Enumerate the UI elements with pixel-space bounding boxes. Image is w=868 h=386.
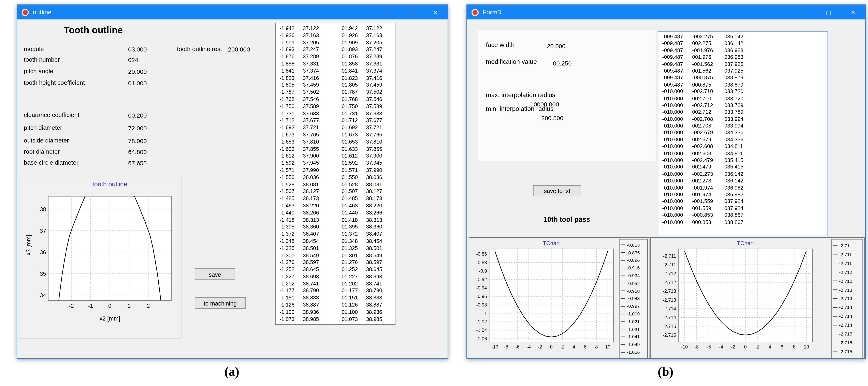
param-label: min. interpolation radius [486,105,554,112]
save-to-txt-button[interactable]: save to txt [533,185,581,196]
listbox-row[interactable]: -1.12638.88701.12638.887 [276,302,395,309]
listbox-row[interactable]: -1.69237.72101.69237.721 [276,124,395,131]
listbox-row[interactable]: -1.84137.37401.84137.374 [276,67,395,74]
listbox-row[interactable]: -010.000-002.708033.994 [658,116,828,123]
save-button[interactable]: save [195,268,235,280]
listbox-row[interactable]: -010.000001.974036.982 [658,191,828,198]
legend-tick [621,252,625,253]
listbox-row[interactable]: -010.000-001.974036.982 [658,185,828,191]
listbox-row[interactable]: -1.76837.54601.76837.546 [276,96,395,103]
cell: 38.985 [366,316,390,323]
listbox-row[interactable]: -1.55038.03601.55038.036 [276,174,395,181]
listbox-row[interactable]: -010.000002.712033.789 [658,109,828,116]
listbox-row[interactable]: -1.94237.12201.94237.122 [276,25,395,32]
listbox-row[interactable]: -1.59237.94501.59237.945 [276,160,395,167]
listbox-row[interactable]: -010.000002.273036.142 [658,178,828,185]
cell: 002.712 [692,109,724,116]
titlebar-a[interactable]: outline — ▢ ✕ [17,5,447,20]
maximize-button[interactable]: ▢ [399,5,423,20]
listbox-row[interactable]: -1.63337.85501.63337.855 [276,146,395,153]
cell: -010.000 [662,219,692,226]
listbox-row[interactable]: -1.22738.69301.22738.693 [276,273,395,280]
listbox-row[interactable]: -1.57137.99001.57137.990 [276,167,395,174]
listbox-row[interactable]: -1.20238.74101.20238.741 [276,280,395,287]
listbox-row[interactable]: -1.61237.90001.61237.900 [276,153,395,160]
listbox-row[interactable]: -009.487002.275036.142 [658,40,828,47]
titlebar-b[interactable]: Form3 — ▢ ✕ [467,5,865,20]
listbox-row[interactable]: -1.10038.93601.10038.936 [276,309,395,316]
listbox-row[interactable]: -1.80537.45901.80537.459 [276,82,395,89]
listbox-row[interactable]: -009.487000.875038.879 [658,81,828,88]
listbox-row[interactable]: -1.17738.79001.17738.790 [276,287,395,295]
listbox-row[interactable]: -009.487-002.275036.142 [658,33,828,40]
listbox-row[interactable]: -1.75037.58901.75037.589 [276,103,395,110]
listbox-row[interactable]: -009.487001.976036.983 [658,54,828,61]
listbox-row[interactable]: -010.000-000.853038.867 [658,212,828,219]
listbox-row[interactable]: -010.000002.479035.415 [658,164,828,171]
cell: -1.893 [279,46,303,53]
listbox-row[interactable]: -010.000002.679034.336 [658,136,828,143]
coordinate-listbox-a[interactable]: -1.94237.12201.94237.122-1.92637.16301.9… [275,23,395,325]
listbox-row[interactable]: -010.000-002.679034.336 [658,129,828,136]
listbox-row[interactable]: -1.90937.20501.90937.205 [276,39,395,46]
listbox-row[interactable]: -009.487-001.976036.983 [658,47,828,54]
listbox-row[interactable]: -1.85837.33101.85837.331 [276,60,395,67]
listbox-row[interactable]: -1.52838.08101.52838.081 [276,181,395,188]
cell: 38.790 [366,287,390,295]
listbox-row[interactable]: -010.000001.559037.924 [658,205,828,212]
minimize-button[interactable]: — [792,5,816,20]
listbox-row[interactable]: -010.000-002.479035.415 [658,157,828,164]
listbox-row[interactable]: -009.487001.562037.925 [658,68,828,74]
legend-tick [833,316,838,317]
maximize-button[interactable]: ▢ [816,5,841,20]
cell: -1.395 [279,224,303,231]
listbox-row[interactable]: -010.000002.708033.994 [658,123,828,130]
listbox-row[interactable]: -1.39538.36001.39538.360 [276,224,395,231]
listbox-row[interactable]: -1.67337.76501.67337.765 [276,131,395,138]
listbox-row[interactable]: -010.000-002.608034.811 [658,143,828,150]
listbox-row[interactable]: -009.487-001.562037.925 [658,61,828,68]
coordinate-listbox-b[interactable]: -009.487-002.275036.142-009.487002.27503… [658,31,828,236]
listbox-row[interactable]: -1.65337.81001.65337.810 [276,138,395,146]
listbox-row[interactable]: -1.07338.98501.07338.985 [276,316,395,323]
listbox-row[interactable]: -010.000002.710033.720 [658,95,828,102]
listbox-row[interactable]: -1.37238.40701.37238.407 [276,231,395,238]
cell: -010.000 [662,143,692,150]
listbox-row[interactable]: -1.41838.31301.41838.313 [276,217,395,224]
listbox-row[interactable]: -1.46338.22001.46338.220 [276,202,395,210]
listbox-row[interactable]: -1.25238.64501.25238.645 [276,266,395,273]
listbox-row[interactable]: -010.000-002.712033.789 [658,102,828,109]
cell: 38.741 [366,280,390,287]
listbox-row[interactable]: -010.000000.853038.867 [658,219,828,226]
listbox-row[interactable]: -1.30138.54901.30138.549 [276,252,395,259]
to-machining-button[interactable]: to machining [195,297,246,309]
listbox-row[interactable]: -1.32538.50101.32538.501 [276,245,395,252]
listbox-row[interactable]: -010.000-001.559037.924 [658,198,828,205]
listbox-row[interactable]: -1.48538.17301.48538.173 [276,195,395,202]
cell: 033.789 [724,102,752,109]
cell: 38.220 [303,202,342,210]
listbox-row[interactable]: -1.15138.83801.15138.838 [276,295,395,302]
listbox-row[interactable]: -1.92637.16301.92637.163 [276,32,395,39]
close-button[interactable]: ✕ [841,5,865,20]
listbox-row[interactable]: -1.73137.63301.73137.633 [276,110,395,117]
listbox-row[interactable]: -1.44038.26601.44038.266 [276,210,395,217]
listbox-row[interactable]: -1.89337.24701.89337.247 [276,46,395,53]
legend-tick [621,260,625,261]
cell: 37.855 [303,146,342,153]
listbox-row[interactable]: -1.82337.41601.82337.416 [276,74,395,82]
listbox-row[interactable]: -1.78737.50201.78737.502 [276,89,395,96]
minimize-button[interactable]: — [374,5,399,20]
listbox-row[interactable]: -010.000002.608034.811 [658,150,828,157]
listbox-row[interactable]: -010.000-002.273036.142 [658,171,828,178]
listbox-row[interactable]: -1.27638.59701.27638.597 [276,259,395,266]
listbox-row[interactable]: -1.87637.28901.87637.289 [276,53,395,60]
listbox-row[interactable]: -009.487-000.875038.879 [658,74,828,81]
close-button[interactable]: ✕ [423,5,447,20]
listbox-row[interactable]: -1.71237.67701.71237.677 [276,117,395,124]
cell: 37.945 [366,160,390,167]
listbox-row[interactable]: -1.50738.12701.50738.127 [276,188,395,195]
listbox-row[interactable]: -010.000-002.710033.720 [658,88,828,95]
svg-text:1: 1 [128,303,131,309]
listbox-row[interactable]: -1.34838.45401.34838.454 [276,238,395,245]
